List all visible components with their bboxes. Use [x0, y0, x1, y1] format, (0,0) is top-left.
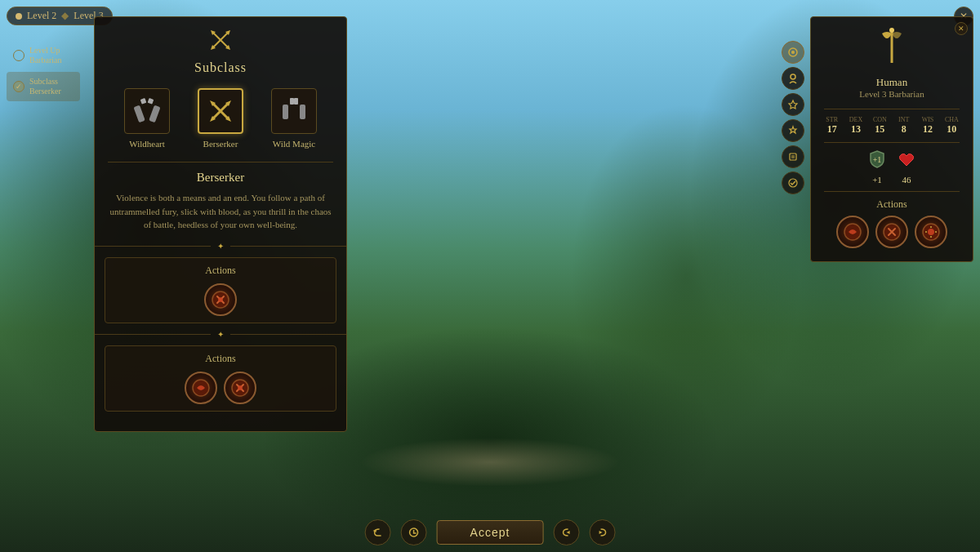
right-panel-close[interactable]: ✕ — [955, 22, 968, 35]
sidebar-icon-5[interactable] — [782, 145, 804, 168]
panel-header-icon — [108, 27, 333, 57]
subclass-option-berserker[interactable]: Berserker — [192, 88, 249, 149]
actions-divider-2: ✦ — [95, 330, 346, 339]
panel-header: Subclass — [95, 17, 346, 82]
right-action-icon-1[interactable] — [836, 216, 869, 248]
right-actions-label: Actions — [811, 198, 973, 211]
svg-rect-6 — [133, 105, 145, 123]
right-panel-divider-1 — [824, 109, 960, 109]
stat-int-value: 8 — [893, 123, 915, 136]
actions-label-1: Actions — [115, 265, 326, 277]
bottom-undo-button[interactable] — [365, 519, 391, 545]
svg-rect-7 — [149, 105, 160, 123]
stat-cha: CHA 10 — [941, 116, 963, 136]
svg-point-26 — [791, 51, 795, 54]
background-ground — [359, 438, 621, 487]
stat-dex-label: DEX — [844, 116, 866, 123]
wild-magic-icon — [271, 88, 317, 134]
sidebar-icon-2[interactable] — [782, 67, 804, 90]
nav-check-subclass: ✓ — [13, 81, 24, 92]
stat-int-label: INT — [893, 116, 915, 123]
svg-marker-41 — [566, 531, 569, 534]
action-icon-1[interactable] — [204, 283, 237, 316]
level-dot — [16, 13, 22, 20]
wildheart-icon — [124, 88, 170, 134]
stat-cha-label: CHA — [941, 116, 963, 123]
hp-row: +1 +1 46 — [821, 149, 963, 185]
stat-dex-value: 13 — [844, 123, 866, 136]
level1-label: Level 2 — [27, 10, 56, 22]
right-actions-row — [811, 216, 973, 248]
subclass-options: Wildheart Berserker — [95, 82, 346, 158]
heart-icon — [897, 149, 916, 173]
ac-value: +1 — [872, 175, 882, 185]
sidebar-icon-4[interactable] — [782, 119, 804, 142]
stat-str-value: 17 — [821, 123, 843, 136]
svg-rect-18 — [290, 98, 294, 105]
berserker-icon — [198, 88, 243, 134]
right-panel: ✕ Human Level 3 Barbarian STR 17 DEX 13 … — [810, 16, 973, 262]
hp-item: 46 — [897, 149, 916, 185]
right-char-name: Human — [817, 76, 966, 89]
wild-magic-label: Wild Magic — [273, 139, 315, 149]
left-nav: Level UpBarbarian ✓ SubclassBerserker — [7, 41, 80, 101]
svg-marker-42 — [599, 531, 602, 534]
svg-rect-19 — [294, 98, 298, 105]
svg-point-33 — [889, 28, 894, 33]
shield-icon: +1 — [867, 149, 887, 173]
right-class-icon — [817, 27, 966, 73]
divider-star-1: ✦ — [217, 242, 224, 251]
stat-str-label: STR — [821, 116, 843, 123]
bottom-next-button[interactable] — [589, 519, 615, 545]
nav-item-level-up[interactable]: Level UpBarbarian — [7, 41, 80, 70]
nav-label-level-up: Level UpBarbarian — [29, 46, 61, 65]
svg-marker-28 — [790, 127, 796, 133]
ac-item: +1 +1 — [867, 149, 887, 185]
right-action-icon-2[interactable] — [875, 216, 908, 248]
sidebar-icon-3[interactable] — [782, 93, 804, 116]
bottom-redo-button[interactable] — [401, 519, 427, 545]
sidebar-icon-6[interactable] — [782, 171, 804, 194]
subclass-selected-name: Berserker — [108, 171, 333, 185]
svg-point-21 — [218, 297, 223, 302]
right-action-icon-3[interactable] — [915, 216, 947, 248]
divider-line-right-2 — [230, 334, 346, 335]
stat-dex: DEX 13 — [844, 116, 866, 136]
nav-label-subclass: SubclassBerserker — [29, 77, 61, 96]
stat-con-label: CON — [869, 116, 891, 123]
svg-point-24 — [238, 385, 243, 390]
stat-wis: WIS 12 — [916, 116, 938, 136]
sidebar-icon-1[interactable] — [782, 41, 804, 64]
actions-icons-2 — [115, 372, 326, 404]
wildheart-label: Wildheart — [129, 139, 165, 149]
action-icon-2[interactable] — [185, 372, 217, 404]
svg-rect-17 — [300, 105, 305, 119]
bottom-prev-button[interactable] — [553, 519, 579, 545]
actions-divider-1: ✦ — [95, 242, 346, 251]
svg-rect-16 — [283, 105, 288, 119]
actions-section-2: Actions — [105, 345, 336, 412]
divider-line-left-1 — [95, 246, 211, 247]
divider-line-left-2 — [95, 334, 211, 335]
subclass-option-wild-magic[interactable]: Wild Magic — [265, 88, 323, 149]
nav-item-subclass[interactable]: ✓ SubclassBerserker — [7, 72, 80, 101]
nav-check-level-up — [13, 50, 24, 61]
actions-section-1: Actions — [105, 257, 336, 323]
right-panel-divider-3 — [824, 191, 960, 192]
actions-icons-1 — [115, 283, 326, 316]
right-char-class: Level 3 Barbarian — [817, 89, 966, 99]
accept-button[interactable]: Accept — [437, 520, 544, 545]
right-panel-divider-2 — [824, 142, 960, 143]
subclass-description: Violence is both a means and an end. You… — [108, 191, 333, 232]
stat-wis-value: 12 — [916, 123, 938, 136]
stats-grid: STR 17 DEX 13 CON 15 INT 8 WIS 12 CHA 10 — [821, 116, 963, 136]
stat-wis-label: WIS — [916, 116, 938, 123]
divider-star-2: ✦ — [217, 330, 224, 339]
svg-point-27 — [791, 74, 795, 79]
stat-con: CON 15 — [869, 116, 891, 136]
subclass-option-wildheart[interactable]: Wildheart — [118, 88, 176, 149]
svg-text:+1: +1 — [873, 155, 882, 164]
stat-cha-value: 10 — [941, 123, 963, 136]
panel-title: Subclass — [108, 60, 333, 75]
action-icon-3[interactable] — [224, 372, 256, 404]
